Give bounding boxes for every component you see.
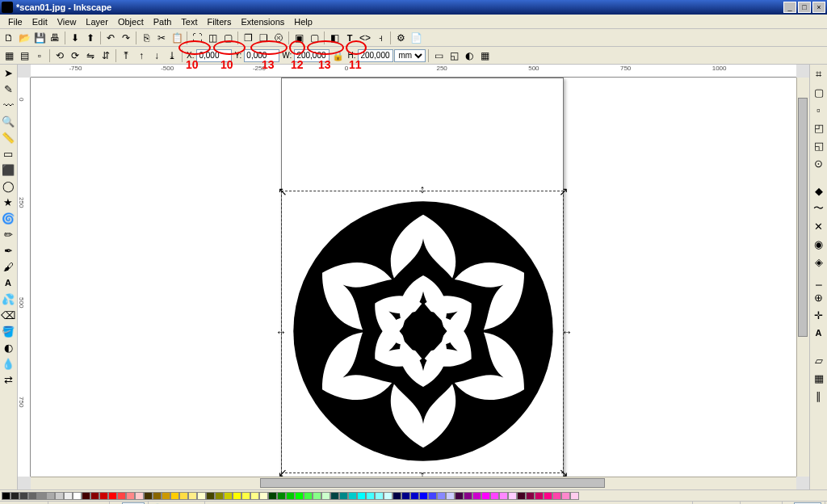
color-swatch[interactable]	[135, 492, 144, 500]
menu-path[interactable]: Path	[149, 15, 177, 28]
color-swatch[interactable]	[233, 492, 241, 500]
color-swatch[interactable]	[268, 492, 277, 500]
menu-view[interactable]: View	[52, 15, 82, 28]
save-icon[interactable]: 💾	[32, 31, 47, 45]
color-swatch[interactable]	[277, 492, 286, 500]
color-swatch[interactable]	[286, 492, 295, 500]
color-swatch[interactable]	[401, 492, 410, 500]
star-tool-icon[interactable]: ★	[0, 194, 16, 210]
ellipse-tool-icon[interactable]: ◯	[0, 178, 16, 194]
scale-handle-sw-icon[interactable]: ↙	[278, 468, 286, 477]
color-swatch[interactable]	[64, 492, 73, 500]
color-swatch[interactable]	[384, 492, 393, 500]
color-swatch[interactable]	[108, 492, 117, 500]
undo-icon[interactable]: ↶	[103, 31, 118, 45]
export-icon[interactable]: ⬆	[83, 31, 98, 45]
rotate-ccw-icon[interactable]: ⟲	[52, 48, 67, 63]
dropper-tool-icon[interactable]: 💧	[0, 355, 16, 372]
color-swatch[interactable]	[455, 492, 464, 500]
scale-handle-w-icon[interactable]: ↔	[275, 328, 283, 336]
fill-stroke-icon[interactable]: ◧	[327, 31, 342, 45]
snap-page-icon[interactable]: ▱	[811, 352, 827, 368]
zoom-fit-icon[interactable]: ⛶	[190, 31, 204, 45]
color-swatch[interactable]	[517, 492, 526, 500]
deselect-icon[interactable]: ▫	[32, 48, 47, 63]
pencil-tool-icon[interactable]: ✏	[0, 226, 16, 242]
zoom-drawing-icon[interactable]: ◫	[205, 31, 220, 45]
scale-handle-e-icon[interactable]: ↔	[561, 328, 569, 336]
node-tool-icon[interactable]: ✎	[0, 81, 16, 97]
snap-nodes-icon[interactable]: ◆	[811, 183, 827, 199]
snap-grid-icon[interactable]: ▦	[811, 370, 827, 386]
scale-handle-n-icon[interactable]: ↕	[418, 185, 426, 193]
menu-text[interactable]: Text	[176, 15, 202, 28]
color-swatch[interactable]	[446, 492, 455, 500]
color-swatch[interactable]	[215, 492, 224, 500]
color-swatch[interactable]	[2, 492, 10, 500]
zoom-page-icon[interactable]: ▢	[220, 31, 235, 45]
color-swatch[interactable]	[82, 492, 90, 500]
prefs-icon[interactable]: ⚙	[393, 31, 408, 45]
ungroup-icon[interactable]: ▢	[307, 31, 321, 45]
color-swatch[interactable]	[197, 492, 206, 500]
snap-text-icon[interactable]: A	[811, 325, 827, 341]
selected-artwork[interactable]	[291, 199, 556, 464]
flip-v-icon[interactable]: ⇵	[99, 48, 113, 63]
snap-smooth-icon[interactable]: ◉	[811, 236, 827, 252]
tweak-tool-icon[interactable]: 〰	[0, 97, 16, 113]
align-icon[interactable]: ⫞	[373, 31, 388, 45]
import-icon[interactable]: ⬇	[68, 31, 82, 45]
color-swatch[interactable]	[552, 492, 561, 500]
color-swatch[interactable]	[490, 492, 499, 500]
rotate-cw-icon[interactable]: ⟳	[68, 48, 82, 63]
lower-icon[interactable]: ↓	[149, 48, 164, 63]
color-swatch[interactable]	[153, 492, 162, 500]
color-swatch[interactable]	[126, 492, 135, 500]
spiral-tool-icon[interactable]: 🌀	[0, 210, 16, 226]
color-swatch[interactable]	[37, 492, 46, 500]
x-input[interactable]	[196, 49, 232, 62]
eraser-tool-icon[interactable]: ⌫	[0, 307, 16, 323]
color-swatch[interactable]	[295, 492, 304, 500]
flip-h-icon[interactable]: ⇋	[83, 48, 98, 63]
scrollbar-horizontal[interactable]	[31, 477, 796, 489]
color-swatch[interactable]	[526, 492, 535, 500]
xml-editor-icon[interactable]: <>	[358, 31, 372, 45]
y-input[interactable]	[244, 49, 279, 62]
color-swatch[interactable]	[330, 492, 339, 500]
color-swatch[interactable]	[321, 492, 330, 500]
snap-corner-icon[interactable]: ◰	[811, 120, 827, 136]
ruler-vertical[interactable]: 0 250 500 750	[18, 78, 31, 477]
color-swatch[interactable]	[117, 492, 126, 500]
lower-bottom-icon[interactable]: ⤓	[165, 48, 179, 63]
menu-layer[interactable]: Layer	[81, 15, 113, 28]
color-swatch[interactable]	[508, 492, 517, 500]
paste-icon[interactable]: 📋	[170, 31, 184, 45]
scrollbar-thumb[interactable]	[260, 478, 605, 488]
color-swatch[interactable]	[410, 492, 419, 500]
color-swatch[interactable]	[144, 492, 153, 500]
scale-handle-s-icon[interactable]: ↕	[418, 471, 426, 477]
cut-icon[interactable]: ✂	[154, 31, 169, 45]
affect-stroke-icon[interactable]: ▭	[431, 48, 446, 63]
bezier-tool-icon[interactable]: ✒	[0, 242, 16, 258]
duplicate-icon[interactable]: ❐	[241, 31, 255, 45]
color-swatch[interactable]	[375, 492, 384, 500]
clone-icon[interactable]: ❏	[256, 31, 271, 45]
color-swatch[interactable]	[304, 492, 313, 500]
color-swatch[interactable]	[339, 492, 348, 500]
affect-gradient-icon[interactable]: ◐	[462, 48, 476, 63]
box3d-tool-icon[interactable]: ⬛	[0, 162, 16, 178]
color-swatch[interactable]	[250, 492, 259, 500]
color-swatch[interactable]	[170, 492, 179, 500]
menu-filters[interactable]: Filters	[203, 15, 237, 28]
h-input[interactable]	[358, 49, 393, 62]
color-swatch[interactable]	[10, 492, 19, 500]
snap-cusp-icon[interactable]: ◈	[811, 254, 827, 270]
snap-line-mid-icon[interactable]: ⎯	[811, 271, 827, 288]
snap-intersect-icon[interactable]: ✕	[811, 218, 827, 234]
fill-tool-icon[interactable]: 🪣	[0, 323, 16, 339]
color-swatch[interactable]	[544, 492, 552, 500]
color-swatch[interactable]	[19, 492, 28, 500]
calligraphy-tool-icon[interactable]: 🖌	[0, 258, 16, 275]
